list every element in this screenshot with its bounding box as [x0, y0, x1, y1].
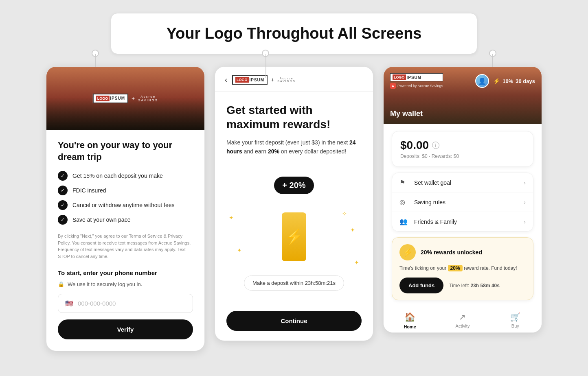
card2-logo-red: LOGO [235, 77, 249, 83]
reward-badge: + 20% [274, 177, 314, 194]
card3-logo-ipsum: LOGO IPSUM [390, 73, 443, 81]
bolt-badge: ⚡ [399, 244, 416, 260]
menu-item-wallet-goal[interactable]: ⚑ Set wallet goal › [392, 173, 533, 192]
sparkle-1: ✦ [229, 214, 234, 221]
max-rewards-card: ‹ LOGO IPSUM + Accrue SAVINGS Get starte… [215, 66, 373, 341]
card2-body: Get started with maximum rewards! Make y… [215, 92, 373, 341]
card3-body: $0.00 i Deposits: $0 · Rewards: $0 ⚑ Set… [384, 124, 542, 307]
nav-home[interactable]: 🏠 Home [384, 312, 436, 329]
checklist-text-1: Get 15% on each deposit you make [72, 173, 163, 179]
reward-days: 30 days [516, 78, 535, 84]
saving-rules-chevron: › [524, 199, 526, 205]
time-left: Time left: 23h 58m 40s [449, 283, 500, 289]
back-button[interactable]: ‹ [225, 76, 227, 84]
logo-accrue: Accrue SAVINGS [138, 95, 158, 102]
logo-plus: + [132, 95, 135, 102]
buy-nav-icon: 🛒 [510, 312, 520, 322]
add-funds-button[interactable]: Add funds [399, 278, 443, 293]
buy-nav-label: Buy [511, 324, 519, 328]
phone-label: To start, enter your phone number [58, 269, 193, 276]
card2-logo-ipsum: IPSUM [250, 78, 265, 82]
header-title: Your Logo Throughout All Screens [136, 25, 452, 42]
powered-by: A Powered by Accrue Savings [390, 83, 443, 89]
card3-logo-text: IPSUM [407, 75, 422, 80]
friends-family-label: Friends & Family [414, 219, 524, 225]
logo-ipsum-box: LOGO IPSUM [93, 94, 128, 103]
home-nav-label: Home [404, 324, 416, 329]
menu-item-friends-family[interactable]: 👥 Friends & Family › [392, 212, 533, 231]
rewards-title: 20% rewards unlocked [421, 249, 482, 256]
card1-hero-image: LOGO IPSUM + Accrue SAVINGS [46, 67, 204, 130]
info-icon[interactable]: i [432, 142, 439, 149]
bottom-nav: 🏠 Home ↗ Activity 🛒 Buy [384, 307, 542, 332]
continue-button[interactable]: Continue [226, 311, 362, 331]
battery-bolt-icon: ⚡ [285, 228, 303, 245]
balance-value: $0.00 [400, 139, 429, 152]
checklist-item-4: ✓ Save at your own pace [58, 215, 193, 225]
bolt-icon: ⚡ [493, 78, 500, 84]
check-icon-3: ✓ [58, 200, 68, 210]
card1-logo: LOGO IPSUM + Accrue SAVINGS [93, 94, 158, 103]
rewards-desc: Time's ticking on your 20% reward rate. … [399, 265, 526, 272]
wallet-goal-chevron: › [524, 179, 526, 186]
sparkle-3: ✦ [237, 247, 242, 254]
card1-title: You're on your way to your dream trip [58, 140, 193, 163]
logo-red-text: LOGO [96, 96, 110, 101]
card2-title: Get started with maximum rewards! [226, 103, 362, 131]
wallet-goal-label: Set wallet goal [414, 179, 524, 186]
terms-text: By clicking "Next," you agree to our Ter… [58, 233, 193, 260]
balance-card: $0.00 i Deposits: $0 · Rewards: $0 [392, 131, 533, 167]
time-left-label: Time left: [449, 283, 469, 289]
logo-ipsum-text: IPSUM [110, 96, 125, 101]
card2-logo-plus: + [271, 77, 274, 83]
battery-icon: ⚡ [282, 212, 306, 261]
friends-family-icon: 👥 [399, 218, 409, 225]
balance-sub: Deposits: $0 · Rewards: $0 [400, 153, 525, 159]
wallet-goal-icon: ⚑ [399, 179, 409, 186]
saving-rules-label: Saving rules [414, 199, 524, 205]
rewards-actions: Add funds Time left: 23h 58m 40s [399, 278, 526, 293]
home-nav-icon: 🏠 [404, 312, 415, 323]
time-left-value: 23h 58m 40s [471, 283, 500, 289]
checklist-text-4: Save at your own pace [72, 216, 130, 223]
menu-item-saving-rules[interactable]: ◎ Saving rules › [392, 192, 533, 212]
connector-dot-right [489, 50, 496, 57]
card2-header: ‹ LOGO IPSUM + Accrue SAVINGS [215, 67, 373, 92]
sparkle-4: ✧ [342, 210, 347, 217]
menu-list: ⚑ Set wallet goal › ◎ Saving rules › 👥 F… [392, 173, 533, 232]
card2-desc: Make your first deposit (even just $3) i… [226, 138, 362, 156]
header-banner: Your Logo Throughout All Screens [111, 13, 477, 54]
phone-entry-card: LOGO IPSUM + Accrue SAVINGS You're on yo… [46, 66, 205, 351]
highlight-pct: 20% [448, 265, 463, 271]
check-icon-4: ✓ [58, 215, 68, 225]
checklist-text-2: FDIC insured [72, 187, 106, 194]
friends-family-chevron: › [524, 219, 526, 225]
verify-button[interactable]: Verify [58, 319, 193, 339]
wallet-title: My wallet [390, 109, 423, 118]
user-avatar: 👤 [475, 74, 489, 88]
nav-buy[interactable]: 🛒 Buy [489, 312, 542, 329]
card1-checklist: ✓ Get 15% on each deposit you make ✓ FDI… [58, 171, 193, 225]
reward-pct: 10% [502, 78, 513, 84]
battery-area: + 20% ✦ ✦ ✦ ✧ ✦ ⚡ Make a deposit within … [226, 168, 362, 303]
rewards-banner: ⚡ 20% rewards unlocked Time's ticking on… [392, 237, 533, 300]
battery-visual-area: ✦ ✦ ✦ ✧ ✦ ⚡ [253, 206, 335, 267]
phone-placeholder: 000-000-0000 [78, 300, 116, 307]
phone-input-field[interactable]: 🇺🇸 000-000-0000 [58, 294, 193, 313]
main-container: Your Logo Throughout All Screens LOGO IP… [25, 13, 563, 363]
card3-top-bar: LOGO IPSUM A Powered by Accrue Savings 👤… [390, 73, 535, 89]
balance-amount: $0.00 i [400, 139, 525, 152]
cards-row: LOGO IPSUM + Accrue SAVINGS You're on yo… [46, 66, 542, 351]
card3-hero: LOGO IPSUM A Powered by Accrue Savings 👤… [384, 67, 542, 124]
sparkle-5: ✦ [354, 259, 359, 266]
wallet-card: LOGO IPSUM A Powered by Accrue Savings 👤… [383, 66, 542, 333]
card3-logo-red: LOGO [393, 74, 406, 80]
saving-rules-icon: ◎ [399, 198, 409, 206]
nav-activity[interactable]: ↗ Activity [436, 312, 489, 329]
connector-line-mid [265, 54, 266, 78]
card3-top-right: 👤 ⚡ 10% 30 days [475, 74, 535, 88]
logo-ipsum-box-dark: LOGO IPSUM [232, 75, 268, 85]
phone-sublabel: 🔒 We use it to securely log you in. [58, 281, 193, 287]
check-icon-2: ✓ [58, 186, 68, 195]
lock-icon: 🔒 [58, 281, 64, 287]
